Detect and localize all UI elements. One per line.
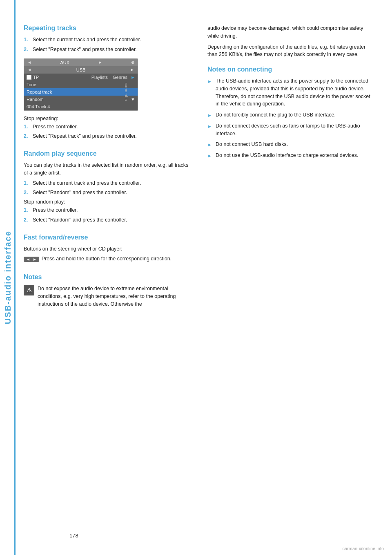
fast-forward-intro: Buttons on the steering wheel or CD play… [24,245,191,253]
device-row-repeat: Repeat track [24,88,138,96]
device-ui-screenshot: ◄ AUX ► ⊕ ◄ USB ► TP [24,58,138,111]
stop-random-step-2: 2. Select "Random" and press the control… [24,216,191,224]
repeating-tracks-heading: Repeating tracks [24,25,191,32]
aux-label: AUX [60,60,69,65]
fast-forward-btn-row: ◄ ► Press and hold the button for the co… [24,255,191,264]
step-text-1: Select the current track and press the c… [33,36,191,44]
btn-symbols: ◄ ► [24,257,39,262]
random-step-text-1: Select the current track and press the c… [33,179,191,187]
stop-random-step-text-2: Select "Random" and press the controller… [33,216,191,224]
rewind-symbol: ◄ [26,257,30,262]
random-step-1: 1. Select the current track and press th… [24,179,191,187]
random-step-text-2: Select "Random" and press the controller… [33,189,191,197]
tone-label: Tone [27,82,36,87]
stop-random-step-num-2: 2. [24,216,31,224]
bullet-text-4: Do not use the USB-audio interface to ch… [216,152,375,159]
left-column: Repeating tracks 1. Select the current t… [16,25,203,539]
track-label: 004 Track 4 [27,104,50,109]
page-number: 178 [69,533,78,539]
bullet-item-3: ► Do not connect USB hard disks. [207,141,375,148]
bullet-item-0: ► The USB-audio interface acts as the po… [207,77,375,108]
random-label: Random [27,97,44,102]
genres-label: Genres [113,75,127,80]
repeat-step-1: 1. Select the current track and press th… [24,36,191,44]
main-content: Repeating tracks 1. Select the current t… [16,0,392,555]
device-ui-header-aux: ◄ AUX ► ⊕ [24,59,138,66]
right-intro-1: audio device may become damaged, which c… [207,25,375,40]
notes-on-connecting-heading: Notes on connecting [207,66,375,73]
genres-arrow: ► [131,75,135,80]
warning-icon: ⚠ [24,285,34,295]
right-column: audio device may become damaged, which c… [203,25,387,539]
watermark: carmanualonline.info [342,546,384,551]
bullet-arrow-1: ► [207,111,214,119]
stop-random-step-text-1: Press the controller. [33,206,191,214]
device-row-track: 004 Track 4 [24,103,138,110]
bullet-arrow-2: ► [207,122,214,130]
sidebar-blue-bar [14,0,16,555]
random-arrow: ▼ [131,97,135,102]
step-num-1: 1. [24,36,31,44]
device-row-tone: Tone [24,81,138,88]
stop-repeat-step-1: 1. Press the controller. [24,123,191,131]
tp-label: TP [33,75,39,80]
device-row-tp: TP Playlists Genres ► [24,74,138,81]
stop-repeat-step-2: 2. Select "Repeat track" and press the c… [24,132,191,140]
random-play-intro: You can play the tracks in the selected … [24,161,191,177]
right-intro-2: Depending on the configuration of the au… [207,43,375,59]
tp-checkbox [27,75,31,80]
fast-forward-symbol: ► [33,257,37,262]
sidebar-label: USB-audio interface [3,231,13,324]
stop-random-step-num-1: 1. [24,206,31,214]
aux-icon: ⊕ [131,60,134,65]
bullet-item-2: ► Do not connect devices such as fans or… [207,122,375,138]
notes-heading: Notes [24,273,191,281]
fast-forward-btn-text: Press and hold the button for the corres… [42,255,172,263]
aux-left-arrow: ◄ [27,60,31,65]
repeat-step-2: 2. Select "Repeat track" and press the c… [24,46,191,54]
random-step-2: 2. Select "Random" and press the control… [24,189,191,197]
bullet-arrow-4: ► [207,152,214,159]
stop-random-label: Stop random play: [24,199,191,205]
bullet-text-0: The USB-audio interface acts as the powe… [216,77,375,108]
stop-step-text-2: Select "Repeat track" and press the cont… [33,132,191,140]
random-step-num-2: 2. [24,189,31,197]
bullet-arrow-3: ► [207,141,214,148]
playlists-label: Playlists [91,75,108,80]
bullet-text-1: Do not forcibly connect the plug to the … [216,111,375,119]
device-ui-header-usb: ◄ USB ► [24,66,138,74]
repeat-track-label: Repeat track [27,90,52,94]
warning-box: ⚠ Do not expose the audio device to extr… [24,285,191,308]
bullet-item-1: ► Do not forcibly connect the plug to th… [207,111,375,119]
stop-random-step-1: 1. Press the controller. [24,206,191,214]
warning-text: Do not expose the audio device to extrem… [38,285,191,308]
usb-left-arrow: ◄ [27,67,31,72]
random-play-heading: Random play sequence [24,150,191,157]
device-body: TP Playlists Genres ► Tone Repeat track [24,74,138,110]
aux-right-arrow: ► [98,60,102,65]
bullet-arrow-0: ► [207,77,214,85]
stop-step-text-1: Press the controller. [33,123,191,131]
stop-step-num-1: 1. [24,123,31,131]
fast-forward-heading: Fast forward/reverse [24,234,191,241]
sidebar: USB-audio interface [0,0,16,555]
step-num-2: 2. [24,46,31,54]
bullet-item-4: ► Do not use the USB-audio interface to … [207,152,375,159]
step-text-2: Select "Repeat track" and press the cont… [33,46,191,54]
device-watermark: carmedia [124,83,128,101]
stop-repeating-label: Stop repeating: [24,116,191,121]
bullet-text-2: Do not connect devices such as fans or l… [216,122,375,138]
stop-step-num-2: 2. [24,132,31,140]
usb-label: USB [76,67,86,72]
random-step-num-1: 1. [24,179,31,187]
usb-right-arrow: ► [130,67,134,72]
device-row-random: Random ▼ [24,96,138,103]
bullet-text-3: Do not connect USB hard disks. [216,141,375,148]
